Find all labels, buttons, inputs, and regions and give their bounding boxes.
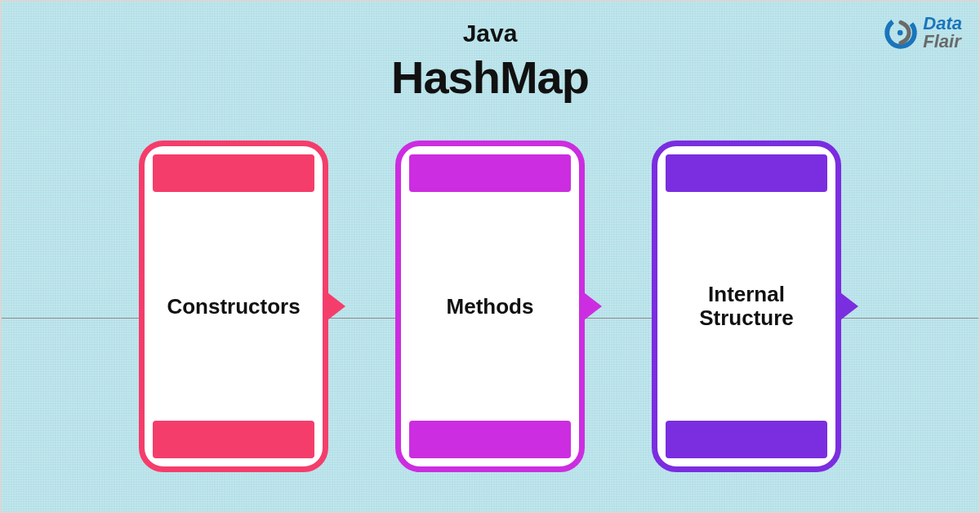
arrow-right-icon <box>324 290 345 323</box>
brand-logo-word1: Data <box>923 15 962 33</box>
card-body: Internal Structure <box>657 200 835 413</box>
card-body: Methods <box>401 200 579 413</box>
brand-logo-text: Data Flair <box>923 15 962 51</box>
card-body: Constructors <box>145 200 323 413</box>
title-area: Java HashMap <box>2 2 978 104</box>
card-row: Constructors Methods Internal Structure <box>2 141 978 472</box>
brand-logo: Data Flair <box>884 15 962 51</box>
card-label: Internal Structure <box>666 283 827 329</box>
dataflair-logo-icon <box>884 16 918 50</box>
card-internal-structure: Internal Structure <box>652 141 841 472</box>
page-title: HashMap <box>2 51 978 104</box>
card-bottom-bar <box>153 421 314 458</box>
brand-logo-word2: Flair <box>923 33 962 51</box>
arrow-right-icon <box>581 290 602 323</box>
card-top-bar <box>666 154 827 192</box>
card-label: Methods <box>447 295 534 319</box>
page-subtitle: Java <box>2 20 978 47</box>
card-constructors: Constructors <box>139 141 328 472</box>
card-bottom-bar <box>409 421 571 458</box>
card-top-bar <box>409 154 571 192</box>
svg-point-1 <box>898 30 903 36</box>
card-top-bar <box>153 154 314 192</box>
card-bottom-bar <box>666 421 827 458</box>
card-label: Constructors <box>167 295 300 319</box>
arrow-right-icon <box>837 290 858 323</box>
card-methods: Methods <box>395 141 585 472</box>
